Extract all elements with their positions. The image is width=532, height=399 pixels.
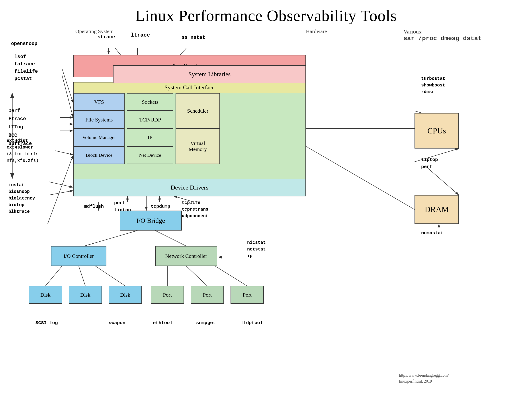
svg-line-9 xyxy=(62,69,73,103)
box-vfs: VFS xyxy=(74,93,125,111)
ss-nstat-label: ss nstat xyxy=(182,35,205,40)
box-disk2: Disk xyxy=(69,286,102,304)
box-disk3: Disk xyxy=(109,286,142,304)
numastat-label: numastat xyxy=(421,231,443,236)
tcpdump-label: tcpdump xyxy=(151,204,170,209)
mdflush-label: mdflush xyxy=(84,204,104,209)
box-iobridge: I/O Bridge xyxy=(120,211,182,231)
swapon-label: swapon xyxy=(109,320,126,325)
svg-line-32 xyxy=(155,231,186,246)
box-netcontroller: Network Controller xyxy=(155,246,217,266)
svg-line-35 xyxy=(95,266,125,286)
strace-label: strace xyxy=(98,34,115,40)
box-netdev: Net Device xyxy=(127,146,173,164)
sar-label: sar /proc dmesg dstat xyxy=(403,35,482,42)
svg-line-31 xyxy=(84,231,137,246)
svg-line-15 xyxy=(49,182,73,187)
iostat-label: iostatbiosnoopbiolatencybiotopblktrace xyxy=(8,182,35,215)
ext4dist-label: ext4distext4slower(& for btrfsnfs,xfs,zf… xyxy=(7,137,38,164)
box-port1: Port xyxy=(151,286,184,304)
svg-line-33 xyxy=(45,266,62,286)
box-port2: Port xyxy=(191,286,224,304)
ltrace-label: ltrace xyxy=(131,32,150,38)
layer-syslibs: System Libraries xyxy=(113,65,306,83)
box-virtmem: VirtualMemory xyxy=(176,129,220,164)
box-cpus: CPUs xyxy=(415,113,459,149)
layer-devdrivers: Device Drivers xyxy=(73,179,306,196)
box-iocontroller: I/O Controller xyxy=(51,246,106,266)
lsof-group-label: lsoffatracefilelifepcstat xyxy=(14,53,38,82)
turbostat-label: turbostatshowboostrdmsr xyxy=(421,75,445,95)
svg-line-37 xyxy=(186,266,207,286)
box-volmgr: Volume Manager xyxy=(74,129,125,146)
os-label: Operating System xyxy=(75,28,114,34)
box-filesystems: File Systems xyxy=(74,111,125,129)
svg-line-24 xyxy=(306,146,415,209)
box-scheduler: Scheduler xyxy=(176,93,220,129)
snmpget-label: snmpget xyxy=(196,320,216,325)
lldptool-label: lldptool xyxy=(241,320,263,325)
box-ip: IP xyxy=(127,129,173,146)
svg-line-43 xyxy=(48,155,73,224)
box-dram: DRAM xyxy=(415,195,459,224)
svg-line-23 xyxy=(426,166,459,195)
box-blockdev: Block Device xyxy=(74,146,125,164)
opensnoop-label: opensnoop xyxy=(11,41,38,47)
svg-line-38 xyxy=(215,266,247,286)
footer-label: http://www.brendangregg.com/linuxperf.ht… xyxy=(399,372,449,384)
page-title: Linux Performance Observability Tools xyxy=(0,0,532,25)
hardware-label: Hardware xyxy=(306,28,327,34)
various-label: Various: sar /proc dmesg dstat xyxy=(403,28,482,42)
box-tcpudp: TCP/UDP xyxy=(127,111,173,129)
svg-line-14 xyxy=(55,151,73,155)
box-port3: Port xyxy=(231,286,264,304)
tcplife-label: tcplifetcpretransudpconnect xyxy=(182,200,208,219)
layer-syscall: System Call Interface xyxy=(73,82,306,93)
scsilog-label: SCSI log xyxy=(35,320,58,325)
tiptop-perf-label: tiptopperf xyxy=(421,156,438,170)
box-disk1: Disk xyxy=(29,286,62,304)
box-sockets: Sockets xyxy=(127,93,173,111)
ethtool-label: ethtool xyxy=(153,320,172,325)
svg-line-16 xyxy=(49,191,73,195)
svg-line-10 xyxy=(62,75,73,117)
nicstat-label: nicstatnetstatip xyxy=(247,239,266,259)
svg-line-34 xyxy=(79,266,85,286)
